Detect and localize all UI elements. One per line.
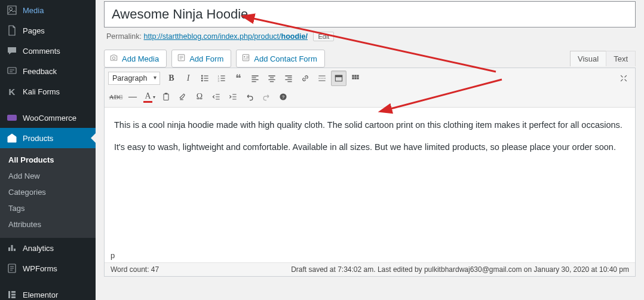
permalink-link[interactable]: http://starttheblog.com/index.php/produc… [144, 32, 308, 41]
svg-point-8 [112, 57, 115, 60]
svg-rect-7 [11, 296, 16, 298]
svg-rect-6 [11, 294, 16, 296]
draft-status: Draft saved at 7:34:02 am. Last edited b… [291, 265, 629, 274]
add-form-button[interactable]: Add Form [171, 50, 231, 68]
editor-content-area[interactable]: This is a cool ninja hoodie made with hi… [105, 108, 635, 249]
sidebar-item-woocommerce[interactable]: WooCommerce [0, 108, 96, 128]
strikethrough-button[interactable]: ABC [108, 89, 124, 105]
page-icon [6, 25, 18, 36]
sub-item-tags[interactable]: Tags [0, 200, 96, 216]
svg-rect-27 [165, 93, 168, 94]
sidebar-item-label: Feedback [23, 67, 57, 76]
sidebar-item-label: WPForms [23, 264, 57, 273]
camera-icon [109, 53, 118, 64]
sidebar-item-pages[interactable]: Pages [0, 20, 96, 41]
align-center-button[interactable] [264, 71, 280, 86]
rich-text-editor: Paragraph B I 123 ❝ ABC — A [104, 68, 636, 277]
permalink-edit-button[interactable]: Edit [313, 32, 334, 41]
svg-rect-20 [352, 75, 354, 76]
svg-text:3: 3 [218, 79, 220, 82]
word-count: Word count: 47 [111, 265, 159, 274]
bold-button[interactable]: B [164, 71, 179, 86]
add-media-button[interactable]: Add Media [104, 50, 167, 68]
blockquote-button[interactable]: ❝ [231, 71, 246, 86]
svg-rect-5 [11, 291, 16, 293]
svg-point-0 [10, 8, 13, 11]
add-contact-form-button[interactable]: Add Contact Form [236, 50, 325, 68]
read-more-button[interactable] [314, 71, 330, 86]
sidebar-item-media[interactable]: Media [0, 0, 96, 20]
main-content: Permalink: http://starttheblog.com/index… [96, 0, 644, 300]
special-char-button[interactable]: Ω [192, 89, 207, 105]
format-select[interactable]: Paragraph [108, 72, 160, 85]
sidebar-item-label: Kali Forms [23, 87, 60, 96]
sidebar-item-analytics[interactable]: Analytics [0, 238, 96, 258]
form-icon [177, 53, 186, 64]
tab-text[interactable]: Text [606, 51, 636, 66]
sub-item-categories[interactable]: Categories [0, 184, 96, 200]
bullet-list-button[interactable] [197, 71, 213, 86]
sidebar-item-label: Comments [23, 47, 60, 56]
help-button[interactable]: ? [275, 89, 291, 105]
woocommerce-icon [6, 112, 18, 124]
sidebar-item-elementor[interactable]: Elementor [0, 284, 96, 300]
svg-rect-22 [357, 75, 358, 76]
align-left-button[interactable] [247, 71, 263, 86]
sidebar-item-label: Elementor [23, 290, 58, 299]
text-color-button[interactable]: A▾ [142, 89, 157, 105]
svg-point-13 [201, 78, 203, 79]
svg-rect-26 [164, 94, 168, 100]
admin-sidebar: Media Pages Comments Feedback K Kali For… [0, 0, 96, 300]
sidebar-item-comments[interactable]: Comments [0, 41, 96, 61]
svg-rect-25 [357, 77, 358, 79]
undo-button[interactable] [242, 89, 257, 105]
sub-item-attributes[interactable]: Attributes [0, 216, 96, 232]
sub-item-all-products[interactable]: All Products [0, 152, 96, 168]
content-paragraph: It's easy to wash, lightweight and comfo… [114, 140, 625, 154]
feedback-icon [6, 65, 18, 77]
comment-icon [6, 45, 18, 57]
italic-button[interactable]: I [180, 71, 196, 86]
clear-formatting-button[interactable] [175, 89, 191, 105]
svg-point-12 [201, 75, 203, 76]
sidebar-item-feedback[interactable]: Feedback [0, 61, 96, 81]
sidebar-item-label: Products [23, 134, 53, 143]
sidebar-item-wpforms[interactable]: WPForms [0, 258, 96, 278]
sidebar-item-label: Pages [23, 26, 45, 35]
analytics-icon [6, 242, 18, 254]
number-list-button[interactable]: 123 [214, 71, 229, 86]
products-submenu: All Products Add New Categories Tags Att… [0, 148, 96, 238]
elementor-icon [6, 289, 18, 300]
svg-text:?: ? [282, 94, 285, 100]
permalink-row: Permalink: http://starttheblog.com/index… [104, 27, 636, 50]
sidebar-item-products[interactable]: Products [0, 128, 96, 148]
toolbar-toggle-button[interactable] [348, 71, 363, 86]
wpforms-icon [6, 262, 18, 274]
paste-text-button[interactable] [158, 89, 174, 105]
sub-item-add-new[interactable]: Add New [0, 168, 96, 184]
svg-point-14 [201, 80, 203, 81]
align-right-button[interactable] [281, 71, 296, 86]
redo-button[interactable] [259, 89, 274, 105]
editor-statusbar: p Word count: 47 Draft saved at 7:34:02 … [105, 249, 635, 276]
media-buttons-row: Add Media Add Form Add Contact Form Visu… [104, 50, 636, 68]
kaliforms-icon: K [6, 85, 18, 97]
outdent-button[interactable] [208, 89, 224, 105]
sidebar-item-label: WooCommerce [23, 114, 76, 123]
editor-toolbar: Paragraph B I 123 ❝ ABC — A [105, 68, 635, 108]
element-path: p [105, 249, 635, 263]
content-paragraph: This is a cool ninja hoodie made with hi… [114, 118, 625, 132]
product-title-input[interactable] [104, 1, 636, 27]
svg-rect-2 [7, 115, 17, 121]
fullscreen-button[interactable] [331, 71, 346, 86]
svg-rect-21 [354, 75, 356, 76]
sidebar-item-kaliforms[interactable]: K Kali Forms [0, 81, 96, 102]
horizontal-rule-button[interactable]: — [125, 89, 140, 105]
link-button[interactable] [298, 71, 313, 86]
tab-visual[interactable]: Visual [570, 51, 606, 66]
distraction-free-button[interactable] [616, 71, 631, 86]
indent-button[interactable] [225, 89, 241, 105]
permalink-label: Permalink: [106, 32, 142, 41]
svg-point-11 [244, 56, 245, 57]
svg-rect-23 [352, 77, 354, 79]
